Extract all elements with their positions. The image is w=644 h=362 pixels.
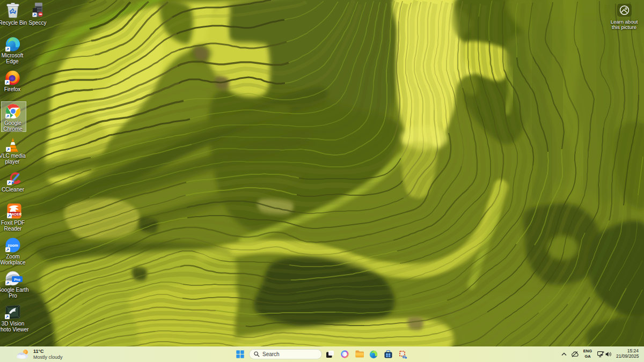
- svg-text:Pro: Pro: [14, 278, 20, 282]
